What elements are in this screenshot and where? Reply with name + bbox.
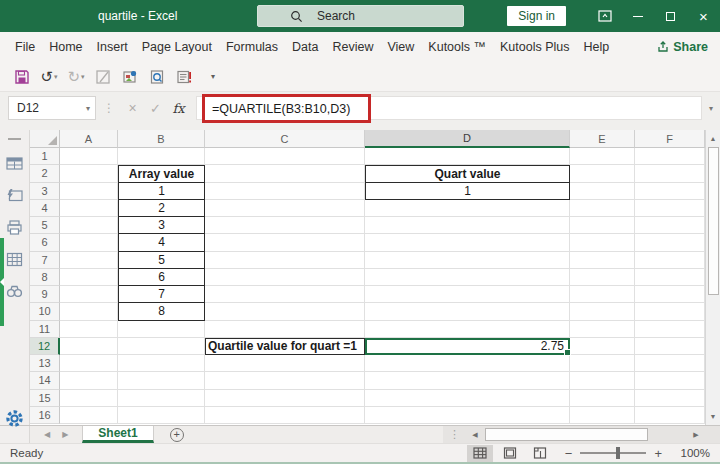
column-header-E[interactable]: E: [570, 130, 635, 148]
cell-D13[interactable]: [365, 355, 570, 372]
cell-D7[interactable]: [365, 252, 570, 269]
close-button[interactable]: ×: [687, 0, 720, 32]
formula-bar-expand-button[interactable]: ▾: [702, 104, 720, 113]
cell-B7[interactable]: 5: [118, 252, 205, 269]
horizontal-scroll-thumb[interactable]: [485, 428, 648, 441]
cell-D6[interactable]: [365, 234, 570, 251]
tab-file[interactable]: File: [9, 40, 41, 54]
cell-D14[interactable]: [365, 372, 570, 389]
scroll-left-icon[interactable]: ◀: [467, 427, 483, 443]
vertical-scrollbar[interactable]: ▲ ▼: [705, 130, 720, 425]
resources-pane-button[interactable]: [6, 188, 23, 207]
cell-F16[interactable]: [635, 407, 705, 424]
cell-B2[interactable]: Array value: [118, 165, 205, 182]
scroll-down-icon[interactable]: ▼: [706, 408, 720, 425]
tab-kutools[interactable]: Kutools ™: [422, 40, 492, 54]
tab-page-layout[interactable]: Page Layout: [136, 40, 218, 54]
cell-B5[interactable]: 3: [118, 217, 205, 234]
cell-B15[interactable]: [118, 390, 205, 407]
cell-A8[interactable]: [60, 269, 118, 286]
cell-C10[interactable]: [205, 303, 365, 320]
horizontal-scrollbar[interactable]: ⋮ ◀ ▶: [443, 426, 720, 443]
insert-function-button[interactable]: fx: [167, 101, 190, 116]
cell-D16[interactable]: [365, 407, 570, 424]
camera-button[interactable]: [120, 65, 140, 89]
cell-E7[interactable]: [570, 252, 635, 269]
sign-in-button[interactable]: Sign in: [507, 6, 566, 26]
minimize-button[interactable]: [621, 0, 654, 32]
form-button[interactable]: [174, 65, 194, 89]
cell-F4[interactable]: [635, 200, 705, 217]
column-header-C[interactable]: C: [205, 130, 365, 148]
cell-D1[interactable]: [365, 148, 570, 165]
cell-E11[interactable]: [570, 321, 635, 338]
cell-C1[interactable]: [205, 148, 365, 165]
cell-C7[interactable]: [205, 252, 365, 269]
cell-E4[interactable]: [570, 200, 635, 217]
search-box[interactable]: Search: [257, 5, 464, 27]
row-header-15[interactable]: 15: [30, 390, 60, 407]
tab-review[interactable]: Review: [326, 40, 379, 54]
cell-C14[interactable]: [205, 372, 365, 389]
cell-F5[interactable]: [635, 217, 705, 234]
row-header-16[interactable]: 16: [30, 407, 60, 424]
cell-A1[interactable]: [60, 148, 118, 165]
cell-B14[interactable]: [118, 372, 205, 389]
cell-D2[interactable]: Quart value: [365, 165, 570, 182]
cell-F7[interactable]: [635, 252, 705, 269]
zoom-in-button[interactable]: +: [654, 446, 662, 461]
cell-C9[interactable]: [205, 286, 365, 303]
workbook-sheet-button[interactable]: [6, 156, 23, 175]
cell-D15[interactable]: [365, 390, 570, 407]
cell-B8[interactable]: 6: [118, 269, 205, 286]
row-header-4[interactable]: 4: [30, 200, 60, 217]
cell-F6[interactable]: [635, 234, 705, 251]
scroll-up-icon[interactable]: ▲: [706, 130, 720, 147]
row-header-14[interactable]: 14: [30, 372, 60, 389]
cell-B6[interactable]: 4: [118, 234, 205, 251]
cell-A4[interactable]: [60, 200, 118, 217]
tab-formulas[interactable]: Formulas: [220, 40, 284, 54]
cell-E16[interactable]: [570, 407, 635, 424]
sheet-tab-sheet1[interactable]: Sheet1: [82, 426, 153, 443]
cell-B4[interactable]: 2: [118, 200, 205, 217]
zoom-slider-thumb[interactable]: [616, 447, 620, 459]
cell-E1[interactable]: [570, 148, 635, 165]
cell-C11[interactable]: [205, 321, 365, 338]
name-box[interactable]: D12 ▾: [8, 96, 96, 120]
cell-A5[interactable]: [60, 217, 118, 234]
previous-sheet-icon[interactable]: ◀: [44, 430, 50, 439]
column-header-F[interactable]: F: [635, 130, 705, 148]
cell-A11[interactable]: [60, 321, 118, 338]
cell-D4[interactable]: [365, 200, 570, 217]
tab-home[interactable]: Home: [43, 40, 88, 54]
page-break-view-button[interactable]: [527, 445, 553, 462]
cell-D8[interactable]: [365, 269, 570, 286]
cell-A15[interactable]: [60, 390, 118, 407]
cell-D3[interactable]: 1: [365, 183, 570, 200]
row-header-9[interactable]: 9: [30, 286, 60, 303]
row-header-11[interactable]: 11: [30, 321, 60, 338]
tab-splitter-icon[interactable]: ⋮: [449, 428, 459, 441]
new-sheet-button[interactable]: +: [170, 428, 184, 442]
row-header-1[interactable]: 1: [30, 148, 60, 165]
save-button[interactable]: [12, 65, 32, 89]
pane-collapse-handle[interactable]: [8, 138, 21, 140]
scroll-right-icon[interactable]: ▶: [688, 427, 704, 443]
cell-C4[interactable]: [205, 200, 365, 217]
row-header-6[interactable]: 6: [30, 234, 60, 251]
horizontal-scroll-track[interactable]: [650, 428, 688, 441]
cell-A3[interactable]: [60, 183, 118, 200]
cell-A2[interactable]: [60, 165, 118, 182]
row-header-12[interactable]: 12: [30, 338, 60, 355]
column-header-A[interactable]: A: [60, 130, 118, 148]
next-sheet-icon[interactable]: ▶: [62, 430, 68, 439]
cell-B3[interactable]: 1: [118, 183, 205, 200]
cell-E14[interactable]: [570, 372, 635, 389]
cancel-entry-button[interactable]: ×: [121, 100, 144, 116]
cell-A12[interactable]: [60, 338, 118, 355]
cell-D12-selected[interactable]: 2.75: [365, 338, 570, 355]
cell-F8[interactable]: [635, 269, 705, 286]
cell-F3[interactable]: [635, 183, 705, 200]
cell-F11[interactable]: [635, 321, 705, 338]
